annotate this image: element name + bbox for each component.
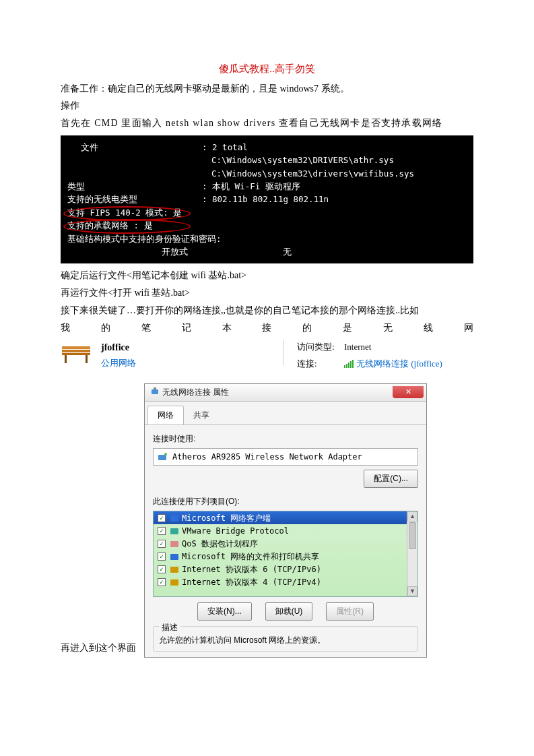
close-button[interactable]: ✕	[393, 386, 424, 398]
enter-ui-text: 再进入到这个界面	[61, 640, 136, 656]
item-label: QoS 数据包计划程序	[182, 537, 258, 550]
cmd-instruction: 首先在 CMD 里面输入 netsh wlan show drivers 查看自…	[61, 115, 473, 131]
svg-rect-14	[170, 515, 178, 522]
connection-link[interactable]: 无线网络连接 (jfoffice)	[344, 356, 442, 371]
step-bat2: 再运行文件<打开 wifi 基站.bat>	[61, 285, 473, 301]
item-label: Microsoft 网络的文件和打印机共享	[182, 550, 319, 563]
description-text: 允许您的计算机访问 Microsoft 网络上的资源。	[159, 633, 412, 647]
list-item[interactable]: ✓Internet 协议版本 6 (TCP/IPv6)	[154, 563, 418, 575]
item-icon	[170, 513, 179, 523]
svg-rect-4	[86, 355, 88, 363]
scrollbar[interactable]: ▲ ▼	[407, 511, 418, 596]
svg-rect-9	[352, 360, 354, 368]
install-button[interactable]: 安装(N)...	[197, 602, 252, 620]
svg-rect-2	[62, 353, 90, 355]
list-item[interactable]: ✓VMware Bridge Protocol	[154, 524, 418, 537]
bench-icon	[61, 341, 92, 365]
checkbox[interactable]: ✓	[158, 578, 166, 586]
scroll-down-icon[interactable]: ▼	[407, 586, 418, 596]
description-group: 描述 允许您的计算机访问 Microsoft 网络上的资源。	[153, 626, 418, 652]
step-bat1: 确定后运行文件<用笔记本创建 wifi 基站.bat>	[61, 267, 473, 284]
svg-rect-16	[170, 541, 178, 547]
cmd-output: 文件: 2 total C:\Windows\system32\DRIVERS\…	[61, 135, 473, 263]
svg-rect-19	[170, 579, 178, 586]
prep-text: 准备工作：确定自己的无线网卡驱动是最新的，且是 windows7 系统。	[61, 81, 473, 97]
dialog-title: 无线网络连接 属性	[150, 385, 229, 399]
title: 傻瓜式教程..高手勿笑	[61, 61, 473, 78]
scroll-thumb[interactable]	[409, 522, 416, 549]
uninstall-button[interactable]: 卸载(U)	[265, 602, 313, 620]
list-item[interactable]: ✓Microsoft 网络的文件和打印机共享	[154, 550, 418, 563]
network-status-block: jfoffice 公用网络 访问类型: Internet 连接: 无线网络连接 …	[61, 340, 473, 372]
items-label: 此连接使用下列项目(O):	[153, 495, 418, 508]
separator	[283, 340, 283, 365]
access-type-value: Internet	[344, 340, 371, 354]
adapter-field[interactable]: Atheros AR9285 Wireless Network Adapter	[153, 448, 418, 466]
svg-rect-5	[344, 365, 345, 368]
properties-dialog: 无线网络连接 属性 ✕ 网络 共享 连接时使用: Atheros AR9285 …	[144, 383, 427, 658]
key-step: 接下来很关键了…要打开你的网络连接,,也就是你的自己笔记本接的那个网络连接..比…	[61, 303, 473, 319]
svg-rect-15	[170, 528, 178, 534]
network-name: jfoffice	[101, 340, 269, 356]
svg-rect-12	[158, 455, 166, 460]
svg-rect-7	[348, 363, 349, 368]
adapter-icon	[158, 451, 168, 462]
op-heading: 操作	[61, 98, 473, 114]
adapter-small-icon	[150, 387, 160, 396]
tab-network[interactable]: 网络	[147, 406, 184, 424]
svg-point-13	[164, 453, 167, 455]
network-type-link[interactable]: 公用网络	[101, 356, 269, 371]
checkbox[interactable]: ✓	[158, 565, 166, 573]
signal-icon	[344, 360, 354, 368]
svg-rect-0	[62, 346, 90, 349]
list-item[interactable]: ✓Internet 协议版本 4 (TCP/IPv4)	[154, 575, 418, 588]
tab-sharing[interactable]: 共享	[183, 406, 220, 424]
svg-rect-3	[65, 355, 67, 363]
svg-rect-18	[170, 567, 178, 573]
checkbox[interactable]: ✓	[158, 553, 166, 561]
svg-rect-8	[350, 361, 352, 368]
description-label: 描述	[159, 621, 180, 634]
item-label: Internet 协议版本 4 (TCP/IPv4)	[182, 575, 321, 589]
connection-label: 连接:	[297, 356, 344, 371]
access-type-label: 访问类型:	[297, 340, 344, 354]
items-listbox[interactable]: ✓Microsoft 网络客户端✓VMware Bridge Protocol✓…	[153, 511, 418, 597]
list-item[interactable]: ✓Microsoft 网络客户端	[154, 511, 418, 524]
checkbox[interactable]: ✓	[158, 527, 166, 535]
scroll-up-icon[interactable]: ▲	[407, 511, 418, 522]
item-icon	[170, 565, 179, 574]
svg-rect-1	[62, 350, 90, 352]
item-label: Internet 协议版本 6 (TCP/IPv6)	[182, 563, 321, 576]
justified-line: 我的笔记本接的是无线网	[61, 320, 473, 336]
connect-using-label: 连接时使用:	[153, 432, 418, 445]
svg-rect-10	[152, 389, 158, 394]
item-icon	[170, 526, 179, 536]
svg-rect-6	[346, 364, 347, 368]
list-item[interactable]: ✓QoS 数据包计划程序	[154, 537, 418, 550]
configure-button[interactable]: 配置(C)...	[364, 470, 418, 487]
item-icon	[170, 539, 179, 548]
svg-rect-11	[154, 387, 156, 389]
checkbox[interactable]: ✓	[158, 514, 166, 522]
tabs: 网络 共享	[145, 402, 426, 425]
item-icon	[170, 577, 179, 587]
item-label: VMware Bridge Protocol	[182, 524, 289, 538]
properties-button[interactable]: 属性(R)	[326, 602, 374, 620]
item-icon	[170, 552, 179, 561]
checkbox[interactable]: ✓	[158, 540, 166, 548]
svg-rect-17	[170, 554, 178, 560]
item-label: Microsoft 网络客户端	[182, 511, 271, 525]
